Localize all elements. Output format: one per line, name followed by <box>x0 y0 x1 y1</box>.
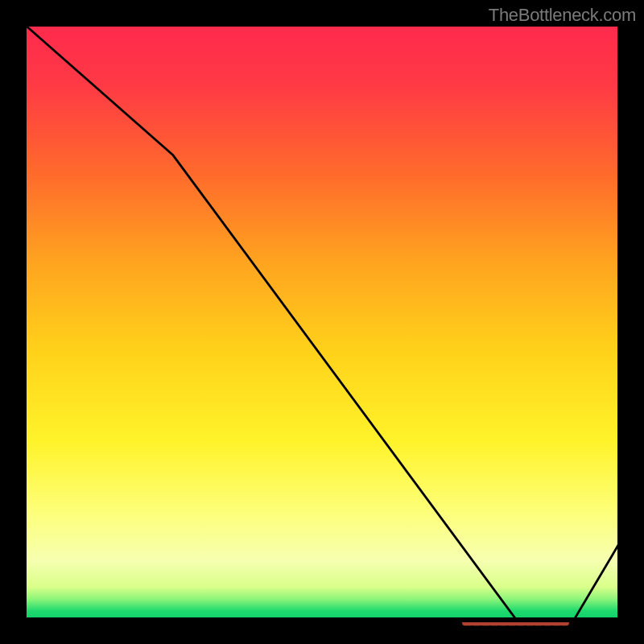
plot-background <box>24 24 620 620</box>
chart-frame: TheBottleneck.com <box>0 0 644 644</box>
chart-canvas <box>0 0 644 644</box>
